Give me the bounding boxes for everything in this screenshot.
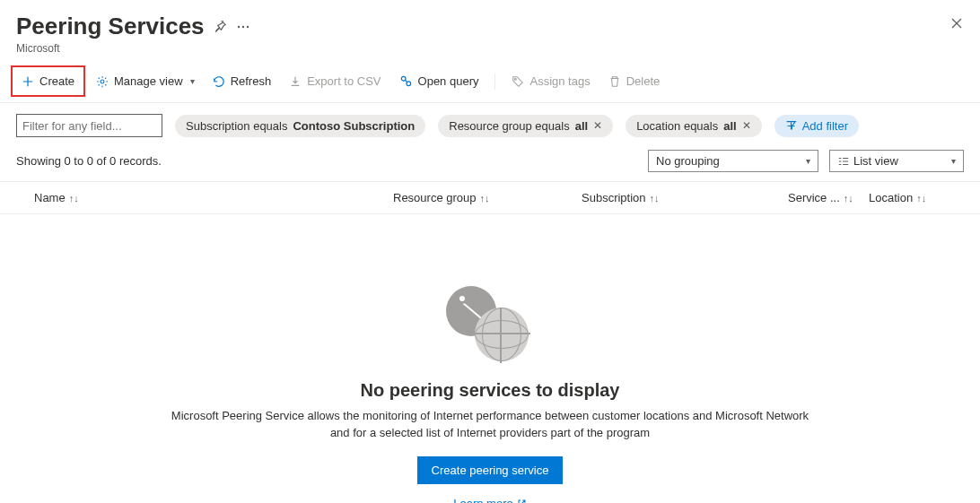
create-button[interactable]: Create (14, 69, 82, 93)
query-icon (399, 74, 413, 88)
empty-state-graphic (441, 286, 539, 365)
add-filter-button[interactable]: Add filter (774, 115, 859, 137)
learn-more-link[interactable]: Learn more (453, 497, 526, 503)
create-highlight: Create (11, 65, 85, 97)
column-resource-group[interactable]: Resource group↑↓ (393, 191, 582, 204)
add-filter-icon (785, 120, 797, 132)
manage-view-button[interactable]: Manage view ▾ (89, 69, 202, 93)
sort-icon: ↑↓ (650, 193, 660, 204)
empty-state: No peering services to display Microsoft… (0, 214, 980, 503)
status-row: Showing 0 to 0 of 0 records. No grouping… (0, 144, 980, 181)
chevron-down-icon: ▾ (806, 156, 810, 166)
page-subtitle: Microsoft (16, 42, 964, 55)
pill-location-prefix: Location equals (636, 119, 718, 133)
pill-subscription-prefix: Subscription equals (186, 119, 287, 133)
svg-point-2 (246, 25, 248, 27)
empty-title: No peering services to display (18, 380, 962, 401)
trash-icon (608, 75, 621, 88)
plus-icon (22, 75, 34, 88)
tag-icon (512, 75, 524, 88)
download-icon (289, 75, 302, 88)
filter-row: Subscription equals Contoso Subscription… (0, 103, 980, 144)
grouping-dropdown[interactable]: No grouping ▾ (648, 150, 818, 172)
pin-icon[interactable] (214, 20, 227, 33)
svg-point-5 (407, 82, 411, 86)
pill-location-remove-icon[interactable]: ✕ (742, 119, 751, 132)
filter-pill-resource-group[interactable]: Resource group equals all ✕ (438, 115, 613, 137)
empty-description: Microsoft Peering Service allows the mon… (167, 408, 813, 442)
pill-rg-prefix: Resource group equals (449, 119, 569, 133)
toolbar: Create Manage view ▾ Refresh Export to C… (0, 60, 980, 103)
delete-button[interactable]: Delete (601, 69, 668, 93)
refresh-label: Refresh (231, 74, 272, 88)
svg-point-6 (515, 78, 517, 80)
delete-label: Delete (626, 74, 661, 88)
assign-tags-label: Assign tags (529, 74, 590, 88)
sort-icon: ↑↓ (844, 193, 853, 204)
create-label: Create (39, 74, 74, 88)
export-csv-label: Export to CSV (307, 74, 381, 88)
chevron-down-icon: ▾ (951, 156, 956, 166)
column-name[interactable]: Name↑↓ (16, 191, 393, 204)
close-icon[interactable] (949, 16, 964, 30)
filter-input[interactable] (16, 114, 162, 137)
svg-point-1 (241, 25, 243, 27)
chevron-down-icon: ▾ (190, 76, 195, 86)
refresh-button[interactable]: Refresh (206, 69, 279, 93)
page-title: Peering Services (16, 13, 205, 40)
pill-rg-remove-icon[interactable]: ✕ (593, 119, 602, 132)
open-query-label: Open query (418, 74, 479, 88)
toolbar-separator (494, 74, 495, 90)
view-mode-value: List view (853, 154, 898, 168)
sort-icon: ↑↓ (69, 193, 79, 204)
sort-icon: ↑↓ (916, 193, 926, 204)
pill-subscription-value: Contoso Subscription (293, 119, 415, 133)
table-header: Name↑↓ Resource group↑↓ Subscription↑↓ S… (0, 181, 980, 214)
more-icon[interactable] (236, 20, 250, 34)
list-icon (837, 155, 850, 168)
records-count: Showing 0 to 0 of 0 records. (16, 154, 648, 168)
pill-rg-value: all (575, 119, 588, 133)
external-link-icon (517, 499, 527, 503)
sort-icon: ↑↓ (480, 193, 490, 204)
pill-location-value: all (723, 119, 736, 133)
refresh-icon (213, 75, 225, 88)
column-location[interactable]: Location↑↓ (869, 191, 964, 204)
gear-icon (96, 75, 109, 88)
view-mode-dropdown[interactable]: List view ▾ (829, 150, 964, 172)
filter-pill-location[interactable]: Location equals all ✕ (626, 115, 762, 137)
open-query-button[interactable]: Open query (392, 69, 486, 93)
svg-point-4 (401, 76, 406, 81)
add-filter-label: Add filter (802, 119, 848, 133)
page-header: Peering Services Microsoft (0, 0, 980, 60)
create-peering-service-button[interactable]: Create peering service (417, 456, 564, 484)
manage-view-label: Manage view (114, 74, 183, 88)
filter-pill-subscription[interactable]: Subscription equals Contoso Subscription (175, 115, 425, 137)
column-subscription[interactable]: Subscription↑↓ (582, 191, 788, 204)
export-csv-button[interactable]: Export to CSV (282, 69, 388, 93)
column-service[interactable]: Service ...↑↓ (788, 191, 869, 204)
assign-tags-button[interactable]: Assign tags (504, 69, 597, 93)
svg-point-3 (101, 80, 104, 83)
grouping-value: No grouping (656, 154, 720, 168)
svg-point-0 (237, 25, 239, 27)
